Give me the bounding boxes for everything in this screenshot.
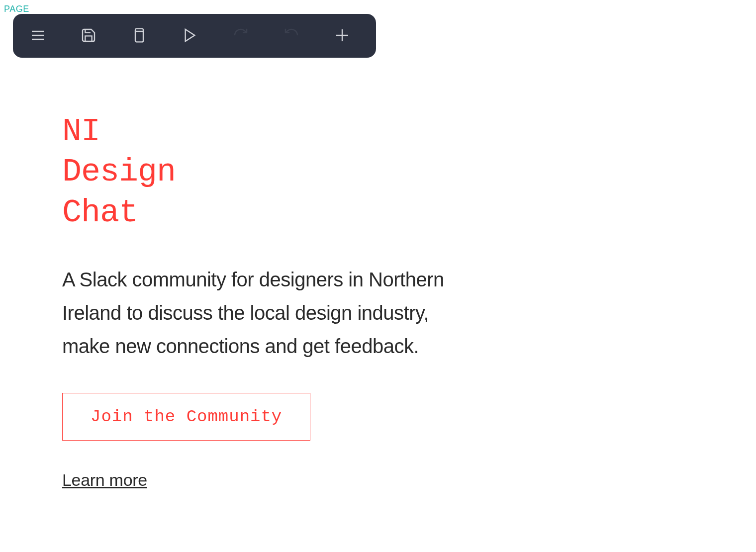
plus-icon <box>334 27 350 45</box>
add-button[interactable] <box>332 26 352 46</box>
heading-line-2: Design <box>62 154 176 190</box>
page-heading: NI Design Chat <box>62 112 445 233</box>
save-button[interactable] <box>79 26 98 46</box>
page-description: A Slack community for designers in North… <box>62 263 445 364</box>
svg-rect-3 <box>135 28 143 42</box>
menu-icon <box>30 27 46 45</box>
join-community-button[interactable]: Join the Community <box>62 393 310 441</box>
mobile-icon <box>131 27 147 45</box>
play-button[interactable] <box>180 26 200 46</box>
main-content: NI Design Chat A Slack community for des… <box>62 112 445 490</box>
redo-button[interactable] <box>231 26 251 46</box>
heading-line-1: NI <box>62 113 100 150</box>
svg-marker-5 <box>186 29 195 41</box>
heading-line-3: Chat <box>62 194 138 231</box>
menu-button[interactable] <box>28 26 48 46</box>
mobile-preview-button[interactable] <box>129 26 149 46</box>
page-label: PAGE <box>4 4 29 14</box>
play-icon <box>182 27 198 45</box>
save-icon <box>81 27 96 45</box>
learn-more-link[interactable]: Learn more <box>62 470 147 489</box>
undo-icon <box>284 27 299 45</box>
undo-button[interactable] <box>282 26 301 46</box>
redo-icon <box>233 27 249 45</box>
toolbar <box>13 14 376 58</box>
